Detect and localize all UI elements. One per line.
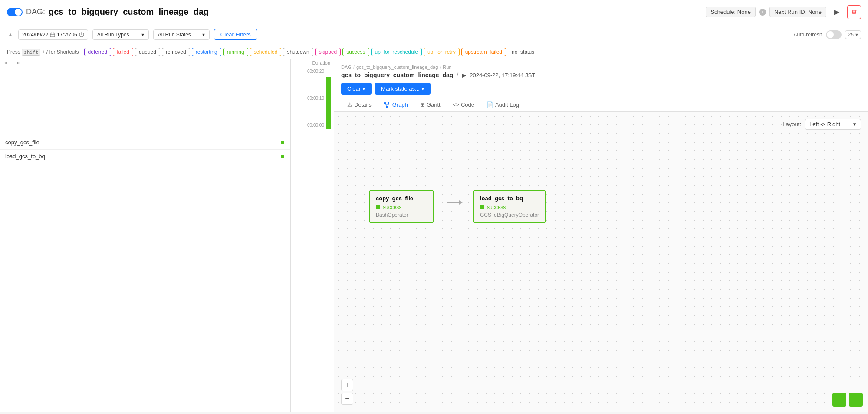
status-badge-queued[interactable]: queued <box>135 48 160 56</box>
svg-rect-3 <box>388 102 389 104</box>
header-right: Schedule: None i Next Run ID: None ▶ <box>706 5 861 19</box>
page-size-value: 25 <box>848 32 854 38</box>
node-status-load-gcs-to-bq: success <box>480 204 539 210</box>
svg-rect-2 <box>384 102 386 104</box>
layout-select[interactable]: Left -> Right ▾ <box>805 119 861 130</box>
arrow-line <box>447 202 460 203</box>
audit-icon: 📄 <box>487 101 493 108</box>
collapse-button[interactable]: ▲ <box>7 31 14 38</box>
zoom-in-button[interactable]: + <box>341 379 353 391</box>
graph-arrow <box>447 202 460 203</box>
clear-filters-button[interactable]: Clear Filters <box>214 29 257 40</box>
run-play-icon: ▶ <box>462 72 466 78</box>
dag-name-title: gcs_to_bigquery_custom_lineage_dag <box>49 7 209 17</box>
page-size-selector[interactable]: 25 ▾ <box>845 30 861 39</box>
breadcrumb-dag-name: gcs_to_bigquery_custom_lineage_dag <box>356 65 438 70</box>
tab-gantt[interactable]: ⊞ Gantt <box>414 99 447 111</box>
dotted-background <box>334 112 868 412</box>
bottom-btn-1[interactable] <box>832 393 846 407</box>
right-panel: DAG / gcs_to_bigquery_custom_lineage_dag… <box>334 59 868 412</box>
mark-state-button[interactable]: Mark state as... ▾ <box>375 83 431 95</box>
tab-graph-label: Graph <box>392 101 408 108</box>
status-badge-up-for-retry[interactable]: up_for_retry <box>424 48 460 56</box>
node-status-label-load-gcs-to-bq: success <box>487 204 506 210</box>
bottom-right-buttons <box>832 393 863 407</box>
graph-node-load-gcs-to-bq[interactable]: load_gcs_to_bq success GCSToBigQueryOper… <box>473 190 546 223</box>
run-states-label: All Run States <box>158 32 191 38</box>
status-badge-skipped[interactable]: skipped <box>315 48 341 56</box>
dag-run-title: gcs_to_bigquery_custom_lineage_dag / ▶ 2… <box>341 72 861 78</box>
tab-details[interactable]: ⚠ Details <box>341 99 378 111</box>
tabs: ⚠ Details Graph ⊞ Gantt <> Code 📄 Au <box>341 99 861 111</box>
status-badge-shutdown[interactable]: shutdown <box>283 48 313 56</box>
status-badge-restarting[interactable]: restarting <box>192 48 221 56</box>
run-states-dropdown[interactable]: All Run States ▾ <box>153 29 210 40</box>
clear-btn-chevron: ▾ <box>362 85 365 92</box>
page-size-chevron: ▾ <box>855 32 858 38</box>
gantt-collapse-btn[interactable]: « <box>0 59 12 66</box>
task-item-copy-gcs-file[interactable]: copy_gcs_file <box>0 136 290 150</box>
status-badge-up-for-reschedule[interactable]: up_for_reschedule <box>371 48 422 56</box>
auto-refresh-label: Auto-refresh <box>794 32 822 38</box>
dur-label-20: 00:00:20 <box>307 69 324 74</box>
status-badge-upstream-failed[interactable]: upstream_failed <box>461 48 506 56</box>
zoom-out-button[interactable]: − <box>341 393 353 405</box>
dur-label-00: 00:00:00 <box>307 123 324 127</box>
graph-nodes: copy_gcs_file success BashOperator load_… <box>369 190 546 223</box>
mark-state-chevron: ▾ <box>421 85 424 92</box>
dag-toggle[interactable] <box>7 8 23 16</box>
play-button[interactable]: ▶ <box>830 5 844 19</box>
duration-chart-area <box>0 66 290 136</box>
breadcrumb: DAG / gcs_to_bigquery_custom_lineage_dag… <box>341 65 861 70</box>
code-icon: <> <box>453 101 459 108</box>
schedule-badge: Schedule: None <box>706 7 756 17</box>
status-badge-removed[interactable]: removed <box>162 48 190 56</box>
info-icon[interactable]: i <box>759 9 766 16</box>
run-types-dropdown[interactable]: All Run Types ▾ <box>92 29 149 40</box>
gantt-expand-btn[interactable]: » <box>12 59 24 66</box>
status-badge-running[interactable]: running <box>223 48 248 56</box>
node-type-load-gcs-to-bq: GCSToBigQueryOperator <box>480 212 539 218</box>
breadcrumb-sep2: / <box>440 65 441 70</box>
bottom-btn-2[interactable] <box>849 393 863 407</box>
node-title-load-gcs-to-bq: load_gcs_to_bq <box>480 195 539 202</box>
clear-button[interactable]: Clear ▾ <box>341 83 372 95</box>
gantt-icon: ⊞ <box>420 101 425 108</box>
dag-run-dag-name[interactable]: gcs_to_bigquery_custom_lineage_dag <box>341 72 453 78</box>
main-layout: « » Duration copy_gcs_fil <box>0 59 868 412</box>
graph-area[interactable]: Layout: Left -> Right ▾ copy_gcs_file su… <box>334 112 868 412</box>
status-bar: Press shift + / for Shortcuts deferred f… <box>0 45 868 59</box>
tab-details-label: Details <box>354 101 372 108</box>
task-name-copy-gcs-file: copy_gcs_file <box>5 139 39 146</box>
tab-code[interactable]: <> Code <box>447 99 480 111</box>
auto-refresh-toggle[interactable] <box>826 30 842 39</box>
tab-audit-log-label: Audit Log <box>495 101 519 108</box>
breadcrumb-dag: DAG <box>341 65 352 70</box>
run-types-label: All Run Types <box>97 32 129 38</box>
status-badge-success[interactable]: success <box>342 48 369 56</box>
tab-graph[interactable]: Graph <box>378 99 414 111</box>
node-status-label-copy-gcs-file: success <box>383 204 401 210</box>
date-input[interactable]: 2024/09/22 17:25:06 <box>18 29 88 40</box>
task-item-load-gcs-to-bq[interactable]: load_gcs_to_bq <box>0 150 290 163</box>
mark-state-label: Mark state as... <box>381 85 420 92</box>
clear-btn-label: Clear <box>347 85 361 92</box>
tab-audit-log[interactable]: 📄 Audit Log <box>480 99 525 111</box>
status-badge-no-status: no_status <box>508 48 538 56</box>
node-status-dot-load-gcs-to-bq <box>480 205 484 209</box>
schedule-label: Schedule: None <box>710 9 751 15</box>
status-badge-scheduled[interactable]: scheduled <box>250 48 282 56</box>
dur-label-10: 00:00:10 <box>307 96 324 101</box>
svg-rect-4 <box>386 106 388 108</box>
graph-node-copy-gcs-file[interactable]: copy_gcs_file success BashOperator <box>369 190 434 223</box>
auto-refresh-area: Auto-refresh 25 ▾ <box>794 30 861 39</box>
breadcrumb-sep1: / <box>353 65 355 70</box>
right-header: DAG / gcs_to_bigquery_custom_lineage_dag… <box>334 59 868 112</box>
gantt-header-row: « » Duration <box>0 59 334 66</box>
status-badge-failed[interactable]: failed <box>113 48 133 56</box>
delete-button[interactable] <box>847 5 861 19</box>
status-badge-deferred[interactable]: deferred <box>84 48 112 56</box>
duration-bar-main <box>326 77 331 129</box>
header: DAG: gcs_to_bigquery_custom_lineage_dag … <box>0 0 868 24</box>
run-types-chevron: ▾ <box>141 32 144 38</box>
